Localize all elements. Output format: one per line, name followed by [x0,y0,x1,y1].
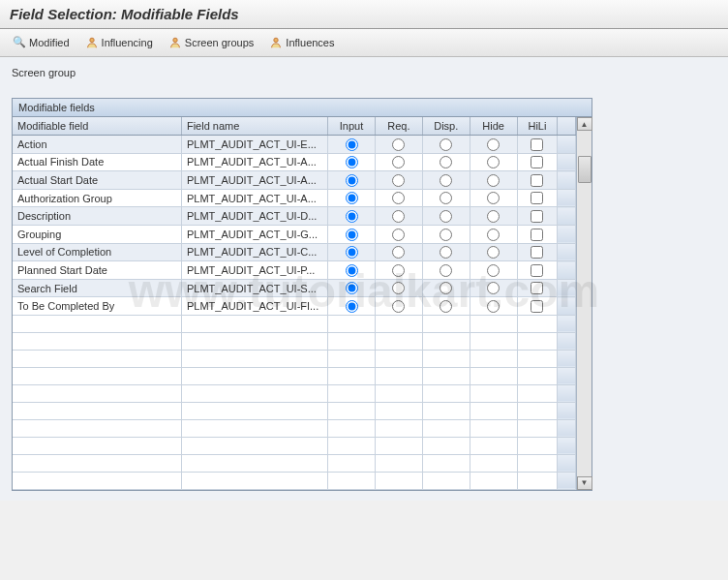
input-radio[interactable] [346,174,358,187]
col-field-name[interactable]: Field name [181,117,327,136]
req-radio[interactable] [392,156,405,168]
row-end [558,243,576,261]
disp-radio[interactable] [440,174,452,187]
disp-radio[interactable] [440,282,452,294]
cell-input [328,243,376,261]
toolbar-modified-button[interactable]: Modified [6,33,76,52]
input-radio[interactable] [346,300,358,313]
hide-radio[interactable] [487,229,500,241]
disp-radio[interactable] [440,264,452,277]
cell-hide [470,261,517,280]
cell-name: PLMT_AUDIT_ACT_UI-E... [181,136,327,153]
hili-checkbox[interactable] [531,246,543,259]
input-radio[interactable] [346,138,358,151]
hili-checkbox[interactable] [531,229,543,241]
hide-radio[interactable] [487,192,500,204]
req-radio[interactable] [392,264,405,277]
input-radio[interactable] [346,264,358,277]
hide-radio[interactable] [487,156,500,168]
table-row: Planned Start DatePLMT_AUDIT_ACT_UI-P... [13,261,576,280]
disp-radio[interactable] [440,300,452,313]
cell-input [328,153,376,171]
table-row: Search FieldPLMT_AUDIT_ACT_UI-S... [13,279,576,297]
cell-disp [422,207,470,226]
person-icon [85,36,99,49]
hide-radio[interactable] [487,300,500,313]
toolbar-label: Influences [286,37,334,48]
table-row [13,472,576,489]
toolbar-influences-button[interactable]: Influences [262,33,341,52]
toolbar: ModifiedInfluencingScreen groupsInfluenc… [0,29,728,57]
hili-checkbox[interactable] [531,138,543,151]
req-radio[interactable] [392,210,405,223]
disp-radio[interactable] [440,210,452,223]
hili-checkbox[interactable] [531,174,543,187]
cell-disp [422,243,470,261]
hide-radio[interactable] [487,138,500,151]
hili-checkbox[interactable] [531,192,543,204]
req-radio[interactable] [392,138,405,151]
scroll-up-icon[interactable]: ▲ [577,117,592,131]
input-radio[interactable] [346,192,358,204]
cell-req [375,279,422,297]
toolbar-screen-groups-button[interactable]: Screen groups [162,33,261,52]
req-radio[interactable] [392,300,405,313]
hili-checkbox[interactable] [531,156,543,168]
row-end [558,297,576,316]
hili-checkbox[interactable] [531,282,543,294]
col-input[interactable]: Input [328,117,376,136]
cell-hide [470,136,517,153]
hide-radio[interactable] [487,246,500,259]
hili-checkbox[interactable] [531,210,543,223]
toolbar-influencing-button[interactable]: Influencing [78,33,160,52]
scroll-down-icon[interactable]: ▼ [577,476,592,490]
input-radio[interactable] [346,282,358,294]
table-row: Authorization GroupPLMT_AUDIT_ACT_UI-A..… [13,189,576,207]
content-area: Screen group Modifiable fields Modifiabl… [0,57,728,501]
req-radio[interactable] [392,229,405,241]
cell-req [375,153,422,171]
col-disp[interactable]: Disp. [422,117,470,136]
col-hide[interactable]: Hide [470,117,517,136]
vertical-scrollbar[interactable]: ▲ ▼ [576,117,592,490]
req-radio[interactable] [392,174,405,187]
col-hili[interactable]: HiLi [517,117,558,136]
req-radio[interactable] [392,246,405,259]
hide-radio[interactable] [487,210,500,223]
input-radio[interactable] [346,156,358,168]
hide-radio[interactable] [487,264,500,277]
disp-radio[interactable] [440,156,452,168]
cell-input [328,261,376,280]
cell-hili [517,225,558,243]
hili-checkbox[interactable] [531,264,543,277]
toolbar-label: Influencing [102,37,153,48]
modifiable-fields-table: Modifiable fields Modifiable field Field… [12,98,592,491]
toolbar-label: Screen groups [185,37,255,48]
cell-field: To Be Completed By [13,297,181,316]
req-radio[interactable] [392,192,405,204]
cell-disp [422,171,470,190]
disp-radio[interactable] [440,229,452,241]
row-end [558,225,576,243]
hide-radio[interactable] [487,174,500,187]
cell-input [328,225,376,243]
cell-name: PLMT_AUDIT_ACT_UI-D... [181,207,327,226]
cell-name: PLMT_AUDIT_ACT_UI-A... [181,189,327,207]
disp-radio[interactable] [440,138,452,151]
input-radio[interactable] [346,210,358,223]
hide-radio[interactable] [487,282,500,294]
scroll-thumb[interactable] [578,156,592,183]
req-radio[interactable] [392,282,405,294]
input-radio[interactable] [346,246,358,259]
disp-radio[interactable] [440,192,452,204]
hili-checkbox[interactable] [531,300,543,313]
cell-disp [422,261,470,280]
cell-hide [470,153,517,171]
table-row [13,437,576,454]
cell-name: PLMT_AUDIT_ACT_UI-C... [181,243,327,261]
col-req[interactable]: Req. [375,117,422,136]
svg-point-0 [89,38,93,42]
disp-radio[interactable] [440,246,452,259]
col-modifiable-field[interactable]: Modifiable field [13,117,181,136]
input-radio[interactable] [346,229,358,241]
